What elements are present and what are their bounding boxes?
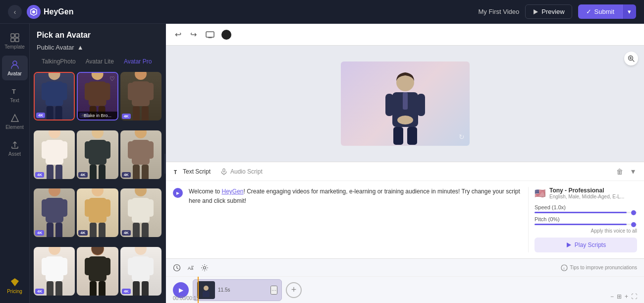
- tab-text-script[interactable]: T Text Script: [173, 168, 211, 175]
- avatar-grid: 4K 4K Blake in Bro... ♡: [30, 72, 165, 303]
- preview-button[interactable]: Preview: [525, 4, 572, 19]
- sidebar-item-pricing[interactable]: Pricing: [2, 273, 28, 298]
- timeline-zoom-out-button[interactable]: −: [610, 293, 614, 300]
- svg-rect-12: [60, 83, 67, 100]
- sidebar-label-avatar: Avatar: [7, 71, 22, 76]
- avatar-card-4[interactable]: 4K: [34, 130, 75, 179]
- avatar-card-10[interactable]: 4K: [34, 247, 75, 296]
- app-header: ‹ HeyGen My First Video Preview ✓ Submit…: [0, 0, 644, 24]
- avatar-label-blake: Blake in Bro...: [78, 112, 117, 120]
- svg-rect-66: [60, 258, 67, 275]
- pronunciation-hint: i Tips to improve pronunciations: [561, 264, 637, 271]
- svg-text:i: i: [564, 266, 565, 271]
- clip-more-button[interactable]: ···: [270, 286, 277, 295]
- avatar-panel: Pick an Avatar Public Avatar ▲ TalkingPh…: [30, 24, 166, 303]
- svg-rect-17: [85, 83, 92, 100]
- zoom-button[interactable]: [624, 52, 638, 65]
- heart-icon-2[interactable]: ♡: [109, 75, 115, 82]
- svg-rect-73: [90, 281, 97, 296]
- avatar-card-3[interactable]: 4K: [120, 72, 161, 121]
- delete-script-button[interactable]: 🗑: [614, 165, 625, 178]
- script-content: ▶ Welcome to HeyGen! Create engaging vid…: [166, 181, 644, 258]
- submit-button[interactable]: ✓ Submit: [578, 4, 622, 19]
- preview-avatar: [376, 66, 435, 146]
- script-actions: 🗑 ▾: [614, 165, 637, 178]
- svg-rect-13: [47, 106, 54, 121]
- pitch-slider[interactable]: [535, 224, 637, 225]
- timeline-zoom-in-button[interactable]: +: [625, 293, 628, 300]
- timeline: Aa i Tips to improve pronunciations: [166, 258, 644, 303]
- sidebar-label-text: Text: [10, 98, 19, 103]
- avatar-figure-4: [35, 130, 74, 179]
- tab-avatar-pro[interactable]: Avatar Pro: [119, 56, 157, 67]
- sidebar-item-template[interactable]: Template: [2, 29, 28, 54]
- avatar-card-9[interactable]: 4K: [120, 188, 161, 237]
- logo: HeyGen: [27, 5, 73, 19]
- play-script-small-button[interactable]: ▶: [173, 188, 183, 198]
- add-clip-button[interactable]: +: [286, 282, 302, 298]
- collapse-script-button[interactable]: ▾: [629, 165, 637, 178]
- logo-icon: [27, 5, 41, 19]
- timeline-fullscreen-button[interactable]: ⛶: [631, 293, 637, 300]
- svg-rect-4: [15, 34, 19, 37]
- avatar-badge-4k-4: 4K: [35, 172, 44, 178]
- svg-rect-85: [385, 94, 393, 116]
- svg-rect-38: [99, 165, 106, 179]
- avatar-badge-4k-10: 4K: [35, 289, 44, 294]
- translate-icon: Aa: [187, 264, 195, 272]
- timeline-time: 00:00/00:11: [173, 296, 199, 301]
- svg-rect-65: [42, 258, 49, 275]
- tab-talking-photo[interactable]: TalkingPhoto: [37, 56, 81, 67]
- svg-rect-31: [47, 165, 54, 179]
- svg-rect-47: [42, 199, 49, 217]
- redo-button[interactable]: ↪: [188, 28, 199, 41]
- svg-point-27: [49, 130, 60, 138]
- timeline-translate-button[interactable]: Aa: [187, 264, 195, 272]
- tab-avatar-lite[interactable]: Avatar Lite: [81, 56, 119, 67]
- back-button[interactable]: ‹: [8, 5, 22, 19]
- timeline-clip-1[interactable]: 11.5s ···: [193, 279, 282, 301]
- svg-rect-67: [47, 281, 54, 296]
- svg-point-57: [135, 188, 147, 196]
- canvas-area: ↩ ↪: [166, 24, 644, 162]
- monitor-button[interactable]: [204, 29, 216, 40]
- avatar-card-11[interactable]: [77, 247, 118, 296]
- avatar-card-7[interactable]: 4K: [34, 188, 75, 237]
- avatar-card-8[interactable]: 4K: [77, 188, 118, 237]
- avatar-figure-12: [121, 247, 161, 296]
- timeline-settings-button[interactable]: [201, 264, 209, 272]
- sidebar-item-asset[interactable]: Asset: [2, 136, 28, 161]
- tab-audio-script[interactable]: Audio Script: [220, 168, 263, 175]
- color-picker[interactable]: [221, 30, 231, 40]
- undo-button[interactable]: ↩: [173, 28, 183, 41]
- timeline-fit-button[interactable]: ⊞: [617, 293, 622, 300]
- sidebar-item-avatar[interactable]: Avatar: [2, 56, 28, 80]
- heygen-link[interactable]: HeyGen: [221, 188, 243, 195]
- submit-dropdown-button[interactable]: ▾: [622, 4, 636, 19]
- public-avatar-toggle[interactable]: Public Avatar ▲: [30, 44, 165, 56]
- timeline-history-button[interactable]: [173, 264, 181, 272]
- avatar-card-12[interactable]: 4K: [120, 247, 161, 296]
- script-area: T Text Script Audio Script 🗑 ▾: [166, 162, 644, 258]
- avatar-badge-4k-5: 4K: [78, 172, 87, 178]
- rotate-icon[interactable]: ↻: [459, 133, 465, 141]
- avatar-card-6[interactable]: 4K: [120, 130, 161, 179]
- sidebar-label-element: Element: [5, 124, 24, 130]
- clip-thumbnail: [197, 281, 215, 299]
- sidebar-item-text[interactable]: T Text: [2, 82, 28, 107]
- svg-rect-53: [85, 199, 92, 217]
- play-scripts-button[interactable]: Play Scripts: [535, 238, 637, 252]
- svg-rect-61: [133, 223, 140, 237]
- history-icon: [173, 264, 181, 272]
- avatar-card-2[interactable]: 4K Blake in Bro... ♡: [77, 72, 118, 121]
- avatar-figure-11: [78, 247, 117, 296]
- sidebar-item-element[interactable]: Element: [2, 109, 28, 134]
- avatar-card-5[interactable]: 4K: [77, 130, 118, 179]
- speed-slider[interactable]: [535, 212, 637, 213]
- svg-rect-80: [142, 281, 149, 296]
- script-text-content[interactable]: Welcome to HeyGen! Create engaging video…: [189, 187, 522, 206]
- apply-voice-text[interactable]: Apply this voice to all: [535, 228, 637, 234]
- svg-rect-88: [393, 127, 403, 145]
- header-left: ‹ HeyGen: [8, 5, 73, 19]
- avatar-card-1[interactable]: 4K: [34, 72, 75, 121]
